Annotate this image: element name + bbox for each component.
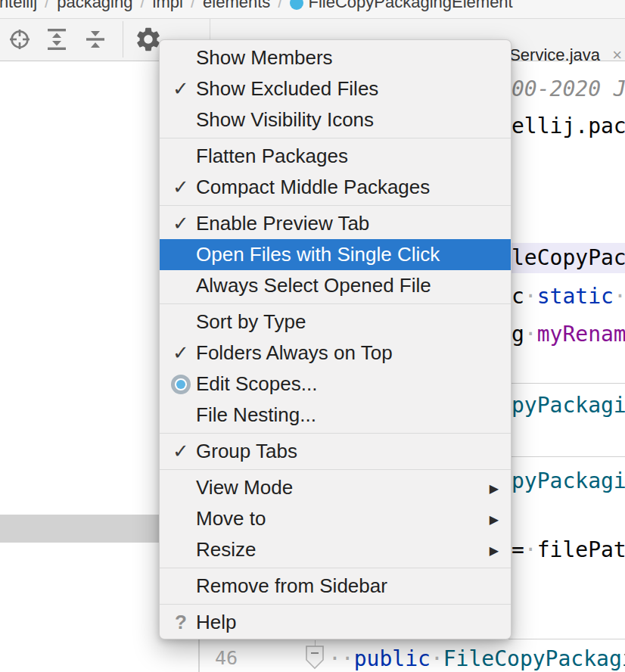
menu-separator [160, 433, 511, 434]
menu-item-label: Sort by Type [196, 310, 306, 334]
method-separator-line [508, 639, 625, 639]
menu-item-label: Enable Preview Tab [196, 212, 369, 235]
menu-separator [160, 303, 511, 304]
empty-icon-slot [169, 534, 193, 565]
menu-item-label: Open Files with Single Click [196, 243, 440, 266]
breadcrumb-segment[interactable]: intellij [0, 0, 37, 11]
menu-item-file-nesting[interactable]: File Nesting... [160, 400, 511, 431]
code-line: g·myRename [512, 321, 625, 348]
empty-icon-slot [169, 306, 193, 338]
checkmark-icon: ✓ [169, 436, 193, 467]
menu-item-sort-by-type[interactable]: Sort by Type [160, 306, 511, 338]
code-line: ··public·FileCopyPackagin [328, 646, 625, 672]
menu-item-show-excluded-files[interactable]: ✓Show Excluded Files [160, 73, 511, 104]
code-segment: leCopyPack [512, 245, 625, 270]
code-segment: · [524, 284, 537, 309]
menu-item-label: Flatten Packages [196, 145, 348, 168]
code-segment: pyPackagin [512, 468, 625, 493]
tab-close-button[interactable]: × [612, 45, 622, 65]
submenu-arrow-icon: ▶ [490, 512, 499, 526]
menu-item-label: Compact Middle Packages [196, 176, 430, 199]
menu-item-enable-preview-tab[interactable]: ✓Enable Preview Tab [160, 208, 511, 239]
menu-item-show-members[interactable]: Show Members [160, 42, 511, 73]
breadcrumb-segment[interactable]: elements [203, 0, 270, 11]
breadcrumb-segment[interactable]: packaging [57, 0, 132, 11]
checkmark-icon: ✓ [169, 172, 193, 203]
code-segment: public [354, 646, 431, 671]
select-opened-file-icon [8, 27, 32, 51]
menu-separator [160, 138, 511, 138]
scope-radio-icon [169, 369, 193, 400]
menu-item-edit-scopes[interactable]: Edit Scopes... [160, 369, 511, 400]
menu-item-view-mode[interactable]: View Mode▶ [160, 472, 511, 503]
breadcrumb-segment[interactable]: FileCopyPackagingElement [308, 0, 512, 11]
method-separator-line [508, 383, 625, 384]
collapse-all-button[interactable] [80, 24, 110, 54]
menu-item-label: Resize [196, 538, 256, 562]
checkmark-icon: ✓ [169, 208, 193, 239]
menu-item-folders-always-on-top[interactable]: ✓Folders Always on Top [160, 338, 511, 369]
code-segment: FileCopyPackagin [443, 646, 625, 671]
menu-item-label: Show Excluded Files [196, 77, 378, 101]
code-line: pyPackagin [512, 468, 625, 495]
code-segment: pyPackagin [512, 393, 625, 418]
menu-item-label: Help [196, 611, 236, 634]
menu-item-label: Edit Scopes... [196, 372, 317, 396]
menu-item-help[interactable]: ?Help [160, 607, 511, 638]
menu-item-label: Group Tabs [196, 440, 297, 463]
empty-icon-slot [169, 503, 193, 534]
code-segment: ·· [328, 646, 354, 671]
menu-item-open-files-with-single-click[interactable]: Open Files with Single Click [160, 239, 511, 270]
empty-icon-slot [169, 400, 193, 431]
fold-minus-icon[interactable] [304, 645, 325, 670]
menu-item-group-tabs[interactable]: ✓Group Tabs [160, 436, 511, 467]
menu-item-label: File Nesting... [196, 403, 316, 427]
breadcrumb-separator: / [183, 0, 203, 11]
menu-item-show-visibility-icons[interactable]: Show Visibility Icons [160, 104, 511, 135]
menu-item-always-select-opened-file[interactable]: Always Select Opened File [160, 270, 511, 301]
menu-item-resize[interactable]: Resize▶ [160, 534, 511, 565]
breadcrumb-separator: / [132, 0, 152, 11]
empty-icon-slot [169, 104, 193, 135]
code-segment: g [512, 322, 524, 347]
code-segment: · [524, 322, 537, 347]
menu-item-label: Folders Always on Top [196, 341, 393, 365]
menu-item-label: Show Visibility Icons [196, 108, 374, 132]
menu-item-move-to[interactable]: Move to▶ [160, 503, 511, 534]
expand-all-button[interactable] [42, 24, 72, 54]
breadcrumb: intellij/packaging/impl/elements/FileCop… [0, 0, 513, 12]
breadcrumb-bar: intellij/packaging/impl/elements/FileCop… [0, 0, 625, 19]
menu-item-label: Always Select Opened File [196, 274, 431, 297]
code-segment: static [537, 284, 614, 309]
code-segment: · [524, 537, 537, 562]
code-segment: myRename [537, 322, 625, 347]
submenu-arrow-icon: ▶ [490, 481, 499, 495]
code-segment: ellij.pack [512, 114, 625, 138]
code-line: pyPackagin [512, 392, 625, 419]
class-icon [290, 0, 303, 10]
code-line: =·filePath [512, 537, 625, 564]
empty-icon-slot [169, 571, 193, 602]
code-line: 00-2020 Je [512, 76, 625, 103]
empty-icon-slot [169, 42, 193, 73]
menu-item-label: Move to [196, 507, 266, 530]
select-opened-file-button[interactable] [5, 24, 35, 54]
breadcrumb-segment[interactable]: impl [153, 0, 183, 11]
menu-separator [160, 205, 511, 206]
menu-item-label: Show Members [196, 46, 333, 70]
empty-icon-slot [169, 141, 193, 172]
gutter-line-number: 46 [200, 647, 238, 669]
empty-icon-slot [169, 239, 193, 270]
menu-separator [160, 604, 511, 605]
code-segment: = [512, 537, 524, 562]
code-line: c·static·f [512, 283, 625, 310]
menu-item-flatten-packages[interactable]: Flatten Packages [160, 141, 511, 172]
menu-item-remove-from-sidebar[interactable]: Remove from Sidebar [160, 571, 511, 602]
code-segment: · [614, 284, 625, 309]
ide-window: 46 00-2020 Jeellij.packleCopyPackc·stati… [0, 0, 625, 672]
help-icon: ? [169, 607, 193, 638]
empty-icon-slot [169, 472, 193, 503]
empty-icon-slot [169, 270, 193, 301]
code-line: leCopyPack [508, 243, 625, 273]
menu-item-compact-middle-packages[interactable]: ✓Compact Middle Packages [160, 172, 511, 203]
